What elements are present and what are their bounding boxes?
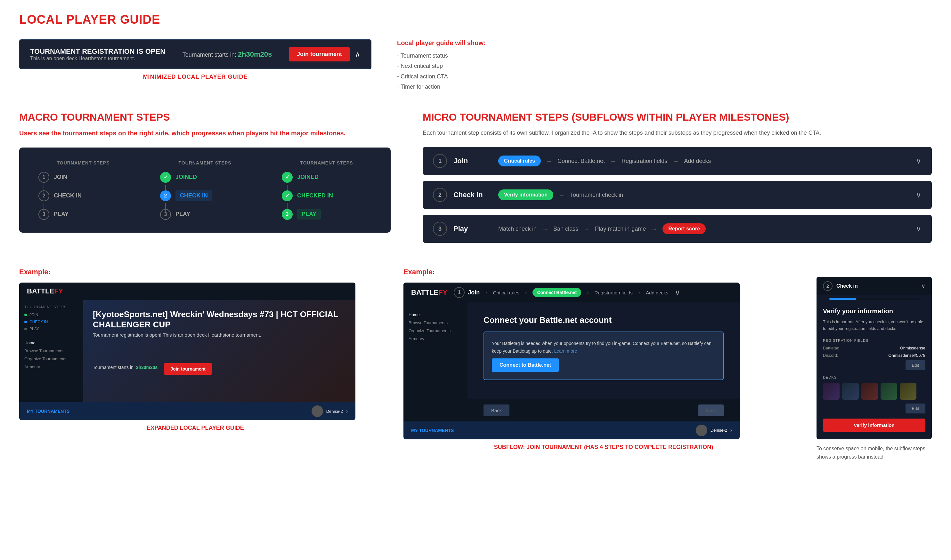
app-mockup-left: BATTLEFY TOURNAMENT STEPS JOIN CHECK IN (19, 283, 355, 420)
micro-row-num-3: 3 (433, 222, 447, 236)
sidebar-nav-organize-2[interactable]: Organize Tournaments (408, 327, 462, 335)
user-avatar-2 (696, 425, 707, 436)
app-body: TOURNAMENT STEPS JOIN CHECK IN PLAY (19, 300, 355, 402)
banner-timer-section: Tournament starts in: 2h30m20s (182, 50, 272, 58)
sidebar-nav-armoury[interactable]: Armoury (24, 363, 78, 371)
join-tournament-button[interactable]: Join tournament (289, 47, 350, 62)
timer-value: 2h30m20s (136, 365, 158, 370)
example-left-col: Example: BATTLEFY TOURNAMENT STEPS JOIN (19, 268, 371, 461)
connect-battlenet-button[interactable]: Connect to Battle.net (492, 358, 559, 372)
step-label-active-green: PLAY (297, 209, 321, 220)
mobile-chevron-icon[interactable]: ∨ (921, 283, 925, 289)
micro-step-decks: Add decks (684, 158, 711, 165)
mobile-mockup: 2 Check in ∨ Verify your information Thi… (817, 277, 932, 439)
page-title: LOCAL PLAYER GUIDE (19, 13, 932, 26)
step-dot-active (24, 321, 27, 323)
micro-step-ban-class: Ban class (553, 226, 578, 232)
sidebar-nav-home[interactable]: Home (24, 339, 78, 347)
step-num-indicator: 1 (454, 287, 465, 298)
step-dot (24, 328, 27, 330)
step-col-2: TOURNAMENT STEPS ✓ JOINED 2 CHECK IN 3 P (154, 160, 256, 220)
sidebar-step-checkin[interactable]: CHECK IN (24, 318, 78, 325)
sidebar-tournament-steps: TOURNAMENT STEPS JOIN CHECK IN PLAY (24, 305, 78, 332)
step-join-label: Join (468, 289, 480, 296)
deck-thumb-5 (900, 383, 916, 400)
timer-label: Tournament starts in: (182, 52, 236, 58)
discord-value: Ohmissdense#5678 (888, 353, 925, 358)
next-button[interactable]: Next (698, 405, 724, 416)
step-col-1: TOURNAMENT STEPS 1 JOIN 2 CHECK IN 3 PLA (32, 160, 134, 220)
user-section-2: Denise-2 › (696, 425, 732, 436)
chevron-down-icon[interactable]: ∨ (916, 157, 922, 165)
arrow-icon: › (587, 289, 589, 295)
sidebar-nav-2: Home Browse Tournaments Organize Tournam… (408, 311, 462, 343)
arrow-icon: → (558, 191, 565, 199)
micro-step-row: Tournament check in (570, 192, 916, 198)
logo-fy-2: FY (438, 288, 447, 297)
discord-label: Discord: (823, 353, 838, 358)
header-row: BATTLEFY 1 Join › Critical rules › C (411, 287, 680, 298)
step-circle-done: ✓ (160, 172, 171, 183)
app-logo: BATTLEFY (27, 287, 63, 295)
micro-badge-critical-rules[interactable]: Critical rules (498, 155, 541, 166)
step-col-title-2: TOURNAMENT STEPS (154, 160, 256, 165)
sidebar-nav-organize[interactable]: Organize Tournaments (24, 355, 78, 363)
mobile-header-left: 2 Check in (823, 281, 858, 291)
hero-footer: Tournament starts in: 2h30m20s Join tour… (93, 360, 346, 375)
chevron-down-icon[interactable]: ∨ (916, 224, 922, 233)
logo-fy: FY (54, 287, 63, 295)
step-item: 3 PLAY (160, 209, 190, 220)
step-item: ✓ CHECKED IN (282, 191, 333, 201)
reg-fields-step: Registration fields (594, 290, 632, 295)
sidebar-nav-armoury-2[interactable]: Armoury (408, 335, 462, 343)
verify-information-button[interactable]: Verify information (823, 418, 925, 432)
edit-decks-button[interactable]: Edit (906, 403, 925, 414)
step-list-3: ✓ JOINED ✓ CHECKED IN 3 PLAY (275, 172, 378, 220)
example-right-caption: Subflow: Join tournament (has 4 steps to… (404, 444, 804, 451)
connect-battlenet-badge[interactable]: Connect Battle.net (532, 288, 581, 297)
progress-bar-container (817, 295, 932, 300)
hero-join-btn[interactable]: Join tournament (164, 363, 212, 375)
sidebar-nav-home-2[interactable]: Home (408, 311, 462, 319)
learn-more-link[interactable]: Learn more (554, 348, 577, 354)
step-item: ✓ JOINED (160, 172, 197, 183)
app-main: [KyotoeSports.net] Wreckin' Wednesdays #… (83, 300, 355, 402)
add-decks-step: Add decks (646, 290, 668, 295)
micro-badge-report-score[interactable]: Report score (663, 223, 706, 234)
chevron-down-icon[interactable]: ∨ (916, 191, 922, 199)
mobile-content: Verify your information This is importan… (817, 300, 932, 439)
step-circle: 3 (39, 209, 49, 220)
arrow-icon: › (638, 289, 640, 295)
list-item: - Next critical step (397, 61, 932, 71)
step-label: CHECKED IN (297, 192, 333, 199)
step-circle: 1 (39, 172, 49, 183)
hero-timer: Tournament starts in: 2h30m20s (93, 365, 157, 370)
banner-left: TOURNAMENT REGISTRATION IS OPEN This is … (30, 48, 165, 62)
step-list-1: 1 JOIN 2 CHECK IN 3 PLAY (32, 172, 134, 220)
arrow-icon: › (525, 289, 527, 295)
step-col-3: TOURNAMENT STEPS ✓ JOINED ✓ CHECKED IN 3 (275, 160, 378, 220)
step-item: 3 PLAY (282, 209, 321, 220)
step-label: PLAY (54, 211, 69, 218)
sidebar-nav-browse-2[interactable]: Browse Tournaments (408, 319, 462, 327)
edit-registration-button[interactable]: Edit (906, 360, 925, 370)
micro-step-tournament-checkin: Tournament check in (570, 192, 623, 198)
user-section: Denise-2 › (311, 405, 348, 417)
step-label: JOIN (54, 174, 67, 180)
chevron-down-icon[interactable]: ∨ (675, 288, 680, 297)
app-header: BATTLEFY (19, 283, 355, 300)
back-button[interactable]: Back (484, 405, 509, 416)
user-name-2: Denise-2 (711, 428, 727, 432)
micro-badge-verify[interactable]: Verify information (498, 189, 553, 200)
hero-subtitle: Tournament registration is open! This is… (93, 332, 346, 338)
step-circle-active: 2 (160, 191, 171, 201)
step-dot-done (24, 314, 27, 316)
example-right-area: Example: BATTLEFY 1 Join (404, 268, 932, 461)
collapse-icon[interactable]: ∧ (355, 50, 361, 59)
step-item: ✓ JOINED (282, 172, 319, 183)
connect-info-text: Your Battletag is needed when your oppon… (492, 340, 715, 355)
sidebar-nav-browse[interactable]: Browse Tournaments (24, 347, 78, 355)
mobile-battletag-row: Battletag Ohmissdense (823, 346, 925, 351)
step-item: 1 JOIN (39, 172, 67, 183)
app-sidebar: TOURNAMENT STEPS JOIN CHECK IN PLAY (19, 300, 83, 402)
